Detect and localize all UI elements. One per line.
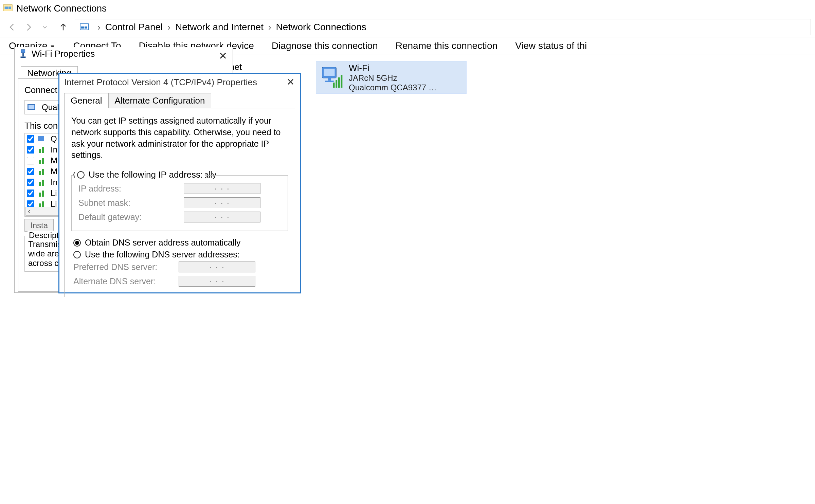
- install-button[interactable]: Insta: [24, 219, 54, 232]
- wifi-adapter-icon: [319, 65, 345, 90]
- up-button[interactable]: [55, 20, 71, 34]
- network-connections-icon: [3, 3, 13, 14]
- input-subnet-mask[interactable]: · · ·: [184, 197, 260, 208]
- connection-item-wifi[interactable]: Wi-Fi JARcN 5GHz Qualcomm QCA9377 802.1…: [316, 61, 467, 94]
- svg-rect-4: [81, 26, 84, 29]
- protocol-icon: [38, 146, 47, 154]
- radio-icon: [73, 239, 81, 247]
- adapter-text: Qual: [42, 103, 59, 112]
- svg-rect-10: [333, 83, 335, 88]
- protocol-icon: [38, 178, 47, 186]
- protocol-icon: [38, 167, 47, 176]
- svg-rect-27: [42, 180, 44, 186]
- ip-address-fieldset: Use the following IP address: IP address…: [71, 175, 288, 231]
- tab-general[interactable]: General: [64, 93, 109, 108]
- svg-rect-8: [328, 78, 331, 81]
- label-default-gateway: Default gateway:: [78, 212, 184, 222]
- svg-rect-24: [39, 171, 41, 175]
- protocol-label: In: [51, 178, 57, 187]
- protocol-label: Q: [51, 134, 57, 144]
- address-bar[interactable]: › Control Panel › Network and Internet ›…: [75, 19, 811, 35]
- address-bar-icon: [79, 22, 90, 33]
- close-button[interactable]: ✕: [287, 76, 294, 88]
- forward-button[interactable]: [20, 20, 37, 34]
- tab-alternate-configuration[interactable]: Alternate Configuration: [108, 93, 212, 108]
- row-default-gateway: Default gateway: · · ·: [78, 212, 281, 222]
- svg-rect-20: [39, 149, 41, 153]
- svg-rect-29: [42, 191, 44, 197]
- radio-label: Use the following IP address:: [89, 169, 203, 180]
- svg-rect-22: [39, 160, 41, 164]
- radio-obtain-dns-auto[interactable]: Obtain DNS server address automatically: [73, 238, 286, 248]
- svg-rect-19: [38, 136, 44, 141]
- label-alternate-dns: Alternate DNS server:: [73, 276, 179, 286]
- toolbar-rename[interactable]: Rename this connection: [387, 40, 506, 51]
- checkbox[interactable]: [27, 157, 34, 164]
- svg-rect-5: [85, 26, 87, 29]
- checkbox[interactable]: [27, 135, 34, 143]
- row-preferred-dns: Preferred DNS server: · · ·: [73, 262, 286, 272]
- back-button[interactable]: [4, 20, 20, 34]
- radio-icon: [73, 251, 81, 258]
- row-subnet-mask: Subnet mask: · · ·: [78, 197, 281, 208]
- ipv4-dialog-title: Internet Protocol Version 4 (TCP/IPv4) P…: [59, 74, 300, 91]
- row-alternate-dns: Alternate DNS server: · · ·: [73, 276, 286, 287]
- close-button[interactable]: ✕: [219, 50, 227, 62]
- protocol-label: Li: [51, 188, 57, 198]
- wifi-properties-titlebar[interactable]: Wi-Fi Properties: [15, 47, 233, 60]
- protocol-icon: [38, 157, 47, 165]
- svg-rect-25: [42, 169, 44, 175]
- description-legend: Descripti: [28, 231, 62, 240]
- svg-rect-14: [21, 49, 25, 52]
- svg-rect-13: [341, 75, 343, 88]
- input-alternate-dns[interactable]: · · ·: [179, 276, 255, 287]
- radio-label: Obtain DNS server address automatically: [85, 238, 241, 248]
- connection-title: Wi-Fi: [349, 63, 440, 73]
- label-preferred-dns: Preferred DNS server:: [73, 262, 179, 272]
- window-title-bar: Network Connections: [0, 0, 815, 17]
- connection-text: Wi-Fi JARcN 5GHz Qualcomm QCA9377 802.1…: [349, 63, 440, 92]
- window-title: Network Connections: [16, 3, 107, 14]
- svg-rect-12: [338, 77, 340, 88]
- toolbar-diagnose[interactable]: Diagnose this connection: [263, 40, 387, 51]
- ipv4-description: You can get IP settings assigned automat…: [71, 115, 288, 161]
- input-preferred-dns[interactable]: · · ·: [179, 262, 255, 272]
- svg-rect-26: [39, 182, 41, 186]
- svg-rect-1: [5, 6, 8, 9]
- checkbox[interactable]: [27, 168, 34, 175]
- checkbox[interactable]: [27, 146, 34, 154]
- connection-ssid: JARcN 5GHz: [349, 73, 440, 83]
- protocol-label: M: [51, 156, 57, 165]
- checkbox[interactable]: [27, 190, 34, 197]
- breadcrumb-seg-1[interactable]: Control Panel: [105, 22, 163, 33]
- ipv4-tabs: General Alternate Configuration: [59, 93, 300, 108]
- input-default-gateway[interactable]: · · ·: [184, 212, 260, 222]
- protocol-icon: [38, 189, 47, 197]
- recent-dropdown[interactable]: [37, 20, 53, 34]
- svg-rect-15: [22, 53, 24, 56]
- svg-rect-2: [8, 6, 11, 9]
- connection-adapter: Qualcomm QCA9377 802.1…: [349, 83, 440, 92]
- adapter-icon: [28, 103, 38, 112]
- wifi-properties-title: Wi-Fi Properties: [32, 49, 95, 59]
- ipv4-sheet: You can get IP settings assigned automat…: [64, 108, 295, 297]
- input-ip-address[interactable]: · · ·: [184, 183, 260, 194]
- protocol-label: In: [51, 145, 57, 155]
- radio-use-dns[interactable]: Use the following DNS server addresses:: [73, 250, 286, 259]
- svg-rect-23: [42, 158, 44, 164]
- protocol-icon: [38, 135, 47, 143]
- chevron-right-icon: ›: [167, 22, 170, 33]
- protocol-label: M: [51, 167, 57, 176]
- breadcrumb-seg-3[interactable]: Network Connections: [276, 22, 366, 33]
- ipv4-properties-dialog: Internet Protocol Version 4 (TCP/IPv4) P…: [58, 73, 301, 293]
- toolbar-view-status[interactable]: View status of thi: [506, 40, 596, 51]
- label-ip-address: IP address:: [78, 184, 184, 194]
- row-ip-address: IP address: · · ·: [78, 183, 281, 194]
- label-subnet-mask: Subnet mask:: [78, 198, 184, 208]
- radio-use-ip[interactable]: Use the following IP address:: [75, 169, 205, 180]
- breadcrumb-seg-2[interactable]: Network and Internet: [175, 22, 264, 33]
- svg-rect-9: [325, 81, 334, 82]
- checkbox[interactable]: [27, 179, 34, 186]
- svg-rect-21: [42, 147, 44, 153]
- ethernet-icon: [18, 49, 28, 59]
